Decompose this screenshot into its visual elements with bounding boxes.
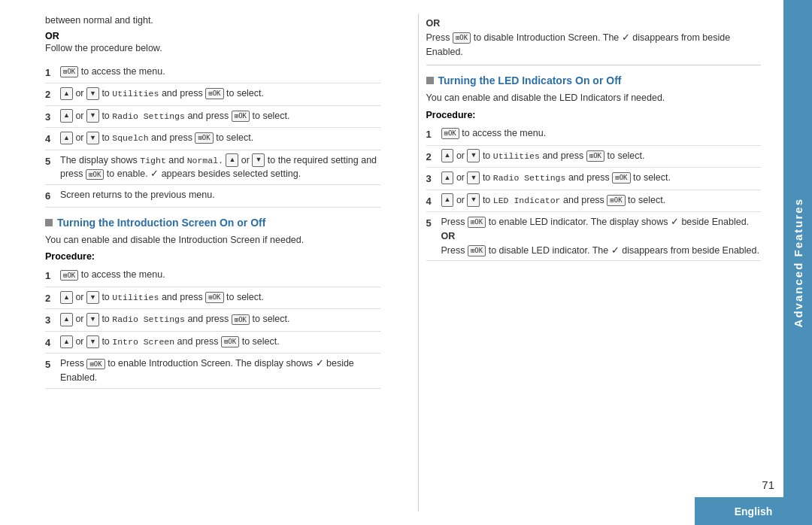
ok-button-icon: ⊞OK [468,245,486,256]
arrow-down-icon: ▼ [86,87,99,101]
step-item: 6 Screen returns to the previous menu. [45,185,380,208]
procedure-label: Procedure: [45,251,380,262]
step-text: ▲ or ▼ to Radio Settings and press ⊞OK t… [441,171,762,185]
arrow-down-icon: ▼ [86,313,99,326]
ok-button-icon: ⊞OK [612,172,630,184]
step-number: 4 [45,335,56,351]
arrow-up-icon: ▲ [441,193,454,207]
ok-button-icon: ⊞OK [86,169,104,181]
intro-text1: between normal and tight. [45,14,380,28]
step-number: 3 [45,110,56,125]
divider [426,65,762,65]
step-text: ▲ or ▼ to LED Indicator and press ⊞OK to… [441,193,762,208]
step-text: Screen returns to the previous menu. [60,188,380,202]
section2-title: Turning the LED Indicators On or Off [426,74,762,86]
step-text: ⊞OK to access the menu. [441,126,762,141]
arrow-down-icon: ▼ [86,335,99,349]
step-item: 2 ▲ or ▼ to Utilities and press ⊞OK to s… [45,287,380,310]
or-label-inline: OR [441,231,456,241]
step-item: 4 ▲ or ▼ to LED Indicator and press ⊞OK … [426,190,762,213]
intro-steps-list: 1 ⊞OK to access the menu. 2 ▲ or ▼ to Ut… [45,62,380,208]
step-text: ▲ or ▼ to Utilities and press ⊞OK to sel… [441,149,762,163]
arrow-up-icon: ▲ [441,171,454,185]
arrow-up-icon: ▲ [60,132,73,145]
step-item: 4 ▲ or ▼ to Intro Screen and press ⊞OK t… [45,332,380,354]
ok-button-icon: ⊞OK [205,292,223,303]
step-item: 4 ▲ or ▼ to Squelch and press ⊞OK to sel… [45,128,380,150]
step-number: 2 [45,291,56,306]
step-text: Press ⊞OK to enable LED indicator. The d… [441,215,762,257]
step-item: 3 ▲ or ▼ to Radio Settings and press ⊞OK… [45,309,380,332]
arrow-up-icon: ▲ [60,313,73,326]
ok-button-icon: ⊞OK [205,88,223,99]
section-icon [426,77,434,84]
step-number: 5 [45,357,56,372]
step-item: 3 ▲ or ▼ to Radio Settings and press ⊞OK… [426,168,762,190]
step-text: ⊞OK to access the menu. [60,268,380,282]
step-text: ⊞OK to access the menu. [60,65,380,79]
step-number: 1 [45,65,56,80]
procedure-label: Procedure: [426,110,762,120]
step-text: The display shows Tight and Normal. ▲ or… [60,153,380,182]
arrow-down-icon: ▼ [86,109,99,123]
intro-section: between normal and tight. OR Follow the … [45,14,380,56]
arrow-down-icon: ▼ [467,149,480,162]
step-text: ▲ or ▼ to Utilities and press ⊞OK to sel… [60,86,380,101]
ok-button-icon: ⊞OK [232,314,250,326]
step-text: ▲ or ▼ to Utilities and press ⊞OK to sel… [60,290,380,305]
step-number: 3 [45,313,56,328]
page-container: between normal and tight. OR Follow the … [0,0,812,525]
ok-button-icon: ⊞OK [453,32,471,44]
step-number: 2 [426,150,437,165]
arrow-up-icon: ▲ [226,153,238,167]
ok-button-icon: ⊞OK [86,359,105,370]
ok-button-icon: ⊞OK [586,150,604,162]
left-column: between normal and tight. OR Follow the … [45,14,395,511]
section2-desc: You can enable and disable the LED Indic… [426,91,762,105]
step-number: 3 [426,171,437,187]
arrow-up-icon: ▲ [441,149,454,162]
ok-button-icon: ⊞OK [60,66,78,77]
step-text: ▲ or ▼ to Squelch and press ⊞OK to selec… [60,131,380,145]
step-item: 1 ⊞OK to access the menu. [426,123,762,146]
side-tab-label: Advanced Features [792,198,804,327]
step-text: Press ⊞OK to enable Introduction Screen.… [60,357,380,385]
step-number: 6 [45,189,56,204]
section1-steps-list: 1 ⊞OK to access the menu. 2 ▲ or ▼ to Ut… [45,265,380,389]
step-number: 5 [426,216,437,231]
section1-desc: You can enable and disable the Introduct… [45,233,380,247]
arrow-down-icon: ▼ [467,171,480,185]
or-label: OR [426,17,762,31]
step-item: 2 ▲ or ▼ to Utilities and press ⊞OK to s… [426,146,762,168]
step-text: ▲ or ▼ to Intro Screen and press ⊞OK to … [60,335,380,349]
ok-button-icon: ⊞OK [232,111,250,122]
ok-button-icon: ⊞OK [195,132,213,144]
ok-button-icon: ⊞OK [468,217,486,228]
arrow-down-icon: ▼ [86,132,99,145]
side-tab: Advanced Features [783,0,812,525]
main-content: between normal and tight. OR Follow the … [0,0,783,525]
step-item: 5 The display shows Tight and Normal. ▲ … [45,150,380,186]
step-number: 1 [426,127,437,142]
step-number: 4 [45,132,56,147]
step-text: ▲ or ▼ to Radio Settings and press ⊞OK t… [60,312,380,326]
right-column: OR Press ⊞OK to disable Introduction Scr… [418,14,762,511]
arrow-up-icon: ▲ [60,335,73,349]
or-top-section: OR Press ⊞OK to disable Introduction Scr… [426,17,762,59]
arrow-down-icon: ▼ [252,153,265,167]
language-badge: English [695,497,812,525]
ok-button-icon: ⊞OK [441,128,459,139]
arrow-up-icon: ▲ [60,109,73,123]
step-item: 1 ⊞OK to access the menu. [45,265,380,287]
ok-button-icon: ⊞OK [60,270,78,281]
step-number: 1 [45,269,56,284]
arrow-up-icon: ▲ [60,87,73,101]
arrow-up-icon: ▲ [60,291,73,305]
step-number: 2 [45,87,56,102]
arrow-down-icon: ▼ [467,193,480,207]
page-number: 71 [762,478,774,491]
or-top-text: Press ⊞OK to disable Introduction Screen… [426,31,762,59]
step-item: 5 Press ⊞OK to enable LED indicator. The… [426,212,762,261]
arrow-down-icon: ▼ [86,291,99,305]
section2-steps-list: 1 ⊞OK to access the menu. 2 ▲ or ▼ to Ut… [426,123,762,261]
